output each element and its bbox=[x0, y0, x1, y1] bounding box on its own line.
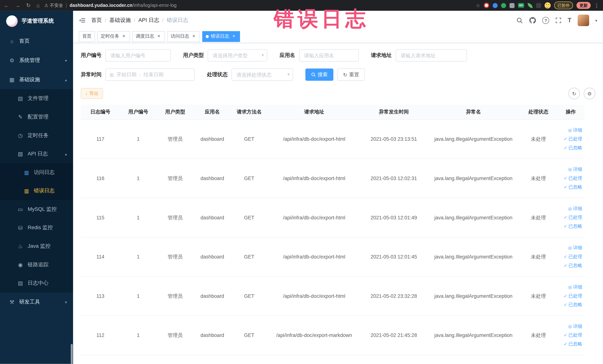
sidebar-item-mysql-monitor[interactable]: ▭ MySQL 监控 bbox=[0, 200, 73, 219]
mark-ignored-link[interactable]: ✓已忽略 bbox=[564, 302, 582, 308]
tab-label: 访问日志 bbox=[171, 33, 189, 39]
breadcrumb-item[interactable]: API 日志 bbox=[138, 17, 159, 24]
forward-icon[interactable]: → bbox=[15, 3, 20, 8]
sidebar-item-home[interactable]: ⌂ 首页 bbox=[0, 32, 73, 51]
detail-link[interactable]: ◎详细 bbox=[568, 166, 582, 173]
sidebar-item-access-log[interactable]: ▥ 访问日志 bbox=[0, 163, 73, 182]
filter-exception-time: 异常时间 ⊞ 开始日期 - 结束日期 bbox=[81, 69, 195, 81]
sidebar-item-file-mgmt[interactable]: ▤ 文件管理 bbox=[0, 89, 73, 108]
close-icon[interactable]: × bbox=[121, 34, 127, 39]
extension-green-icon[interactable] bbox=[501, 3, 506, 8]
browser-chrome: ← → ↻ ⌂ ⚠ 不安全 dashboard.yudao.iocoder.cn… bbox=[0, 0, 603, 11]
mark-processed-link[interactable]: ✓已处理 bbox=[564, 254, 582, 260]
tab-scheduled-tasks[interactable]: 定时任务 × bbox=[97, 31, 130, 42]
search-button[interactable]: 搜索 bbox=[305, 69, 333, 81]
bookmark-star-icon[interactable]: ☆ bbox=[476, 2, 480, 8]
close-icon[interactable]: × bbox=[191, 34, 197, 39]
sidebar-scrollbar[interactable] bbox=[71, 344, 73, 364]
refresh-table-button[interactable]: ↻ bbox=[568, 88, 580, 99]
request-url-input[interactable] bbox=[395, 49, 467, 61]
process-status-select[interactable] bbox=[232, 69, 293, 81]
tab-home[interactable]: 首页 bbox=[79, 31, 95, 42]
column-settings-button[interactable]: ⚙ bbox=[584, 88, 595, 99]
tab-access-log[interactable]: 访问日志 × bbox=[167, 31, 200, 42]
mark-ignored-link[interactable]: ✓已忽略 bbox=[564, 341, 582, 347]
avatar-caret-icon[interactable]: ▾ bbox=[595, 18, 597, 23]
extension-on-badge[interactable]: on bbox=[518, 3, 524, 8]
mark-ignored-link[interactable]: ✓已忽略 bbox=[564, 262, 582, 269]
browser-home-icon[interactable]: ⌂ bbox=[36, 3, 40, 8]
close-icon[interactable]: × bbox=[156, 34, 162, 39]
paused-chip[interactable]: 已暂停 bbox=[554, 1, 573, 9]
sidebar-item-infrastructure[interactable]: ▦ 基础设施 ▴ bbox=[0, 70, 73, 89]
tabs-bar: 首页 定时任务 × 调度日志 × 访问日志 × 错误日志 × bbox=[73, 30, 603, 43]
sidebar-item-scheduled-tasks[interactable]: ◷ 定时任务 bbox=[0, 126, 73, 145]
cell-user-id: 1 bbox=[120, 198, 156, 237]
address-bar[interactable]: ⚠ 不安全 dashboard.yudao.iocoder.cn/infra/l… bbox=[44, 2, 471, 8]
detail-link[interactable]: ◎详细 bbox=[568, 127, 582, 133]
check-icon: ✓ bbox=[564, 185, 567, 190]
font-size-icon[interactable]: T bbox=[568, 17, 571, 24]
tab-schedule-log[interactable]: 调度日志 × bbox=[132, 31, 165, 42]
sidebar-item-java-monitor[interactable]: ♨ Java 监控 bbox=[0, 237, 73, 256]
breadcrumb-separator: / bbox=[105, 18, 106, 23]
sidebar-item-log-center[interactable]: ▤ 日志中心 bbox=[0, 274, 73, 293]
profile-avatar[interactable] bbox=[545, 2, 551, 8]
mark-ignored-link[interactable]: ✓已忽略 bbox=[564, 145, 582, 151]
tab-error-log[interactable]: 错误日志 × bbox=[202, 31, 240, 42]
user-id-input[interactable] bbox=[105, 49, 171, 61]
sidebar-item-config-mgmt[interactable]: ✎ 配置管理 bbox=[0, 108, 73, 126]
mark-processed-link[interactable]: ✓已处理 bbox=[564, 214, 582, 221]
export-button[interactable]: ↓ 导出 bbox=[81, 88, 103, 99]
sidebar-item-api-logs[interactable]: ▧ API 日志 ▴ bbox=[0, 145, 73, 163]
extension-blue-icon[interactable] bbox=[493, 3, 498, 8]
app-name-input[interactable] bbox=[299, 49, 359, 61]
mark-processed-link[interactable]: ✓已处理 bbox=[564, 175, 582, 182]
sidebar-item-redis-monitor[interactable]: ⛁ Redis 监控 bbox=[0, 218, 73, 237]
cell-log-id: 117 bbox=[81, 119, 120, 159]
sidebar-item-system-mgmt[interactable]: ⚙ 系统管理 ▾ bbox=[0, 51, 73, 70]
mark-processed-link[interactable]: ✓已处理 bbox=[564, 136, 582, 142]
cell-status: 未处理 bbox=[520, 159, 557, 198]
detail-link[interactable]: ◎详细 bbox=[568, 205, 582, 212]
app-logo[interactable]: 芋道管理系统 bbox=[0, 11, 73, 32]
menu-label: 链路追踪 bbox=[28, 261, 48, 268]
update-button[interactable]: 更新 bbox=[577, 2, 591, 9]
back-icon[interactable]: ← bbox=[4, 3, 9, 8]
sidebar-item-tracing[interactable]: ◉ 链路追踪 bbox=[0, 256, 73, 274]
search-icon[interactable] bbox=[517, 17, 523, 23]
mark-ignored-link[interactable]: ✓已忽略 bbox=[564, 223, 582, 230]
github-icon[interactable] bbox=[529, 17, 536, 24]
col-header-user-type: 用户类型 bbox=[156, 105, 194, 119]
start-date-placeholder: 开始日期 bbox=[116, 71, 136, 78]
fullscreen-icon[interactable] bbox=[555, 17, 561, 23]
reset-button[interactable]: ↻ 重置 bbox=[337, 69, 365, 81]
breadcrumb-item[interactable]: 基础设施 bbox=[109, 17, 131, 24]
detail-link[interactable]: ◎详细 bbox=[568, 284, 582, 290]
extension-dark-icon[interactable] bbox=[536, 3, 541, 8]
detail-link[interactable]: ◎详细 bbox=[568, 245, 582, 251]
mark-processed-link[interactable]: ✓已处理 bbox=[564, 293, 582, 299]
security-warning[interactable]: ⚠ 不安全 bbox=[44, 2, 63, 8]
date-range-picker[interactable]: ⊞ 开始日期 - 结束日期 bbox=[105, 69, 195, 81]
menu-label: 访问日志 bbox=[34, 169, 55, 176]
folder-icon: ▤ bbox=[17, 95, 24, 102]
chevron-down-icon: ▾ bbox=[65, 300, 67, 304]
detail-link[interactable]: ◎详细 bbox=[568, 323, 582, 330]
user-type-select[interactable] bbox=[208, 49, 267, 61]
extension-leaf-icon[interactable] bbox=[527, 3, 532, 8]
update-label: 更新 bbox=[580, 3, 588, 7]
help-icon[interactable]: ? bbox=[542, 17, 549, 24]
mark-ignored-link[interactable]: ✓已忽略 bbox=[564, 184, 582, 190]
sidebar-item-error-log[interactable]: ▥ 错误日志 bbox=[0, 182, 73, 200]
close-icon[interactable]: × bbox=[231, 34, 237, 39]
sidebar-collapse-button[interactable] bbox=[79, 17, 86, 24]
user-avatar[interactable] bbox=[578, 15, 589, 26]
browser-menu-icon[interactable]: ⋮ bbox=[594, 2, 599, 8]
breadcrumb-item[interactable]: 首页 bbox=[91, 17, 102, 24]
mark-processed-link[interactable]: ✓已处理 bbox=[564, 332, 582, 338]
extension-red-icon[interactable] bbox=[484, 3, 489, 8]
reload-icon[interactable]: ↻ bbox=[26, 3, 31, 8]
extensions-puzzle-icon[interactable] bbox=[509, 3, 514, 8]
sidebar-item-dev-tools[interactable]: ⚒ 研发工具 ▾ bbox=[0, 293, 73, 312]
